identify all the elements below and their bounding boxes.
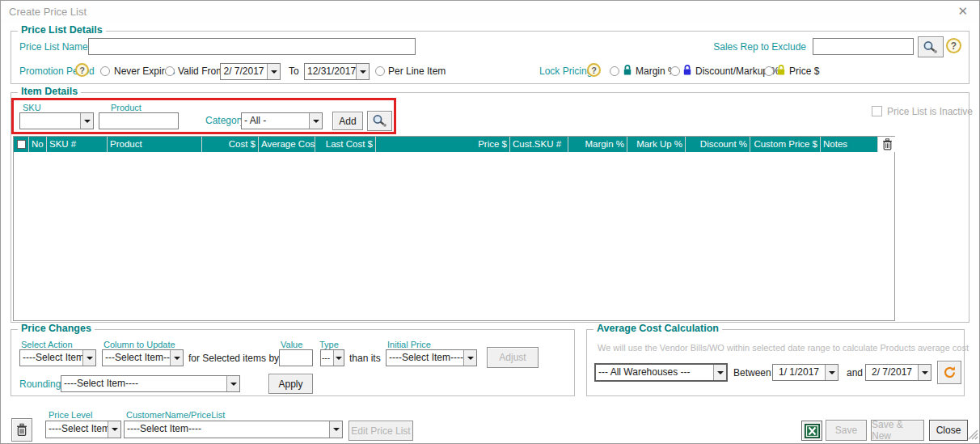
save-new-button[interactable]: Save & New <box>871 420 924 441</box>
per-line-item-radio[interactable] <box>375 66 385 76</box>
chevron-down-icon[interactable] <box>918 365 931 380</box>
lock-price-radio-label[interactable]: Price $ <box>789 66 819 77</box>
inactive-checkbox-label[interactable]: Price List is Inactive <box>887 106 973 117</box>
add-button[interactable]: Add <box>332 112 363 130</box>
column-header[interactable]: Last Cost $ <box>315 137 376 152</box>
warehouse-combo-value: --- All Warehouses --- <box>596 365 713 380</box>
column-header[interactable]: Average Cost.. <box>259 137 315 152</box>
chevron-down-icon[interactable] <box>309 113 322 129</box>
select-action-combo[interactable]: ----Select Item--- <box>19 349 96 366</box>
than-its-text: than its <box>349 353 381 364</box>
column-header[interactable]: Price $ <box>376 137 510 152</box>
column-header[interactable]: No <box>29 137 47 152</box>
lock-pricing-help-icon[interactable]: ? <box>587 63 601 77</box>
sales-rep-search-button[interactable] <box>918 36 944 57</box>
and-label: and <box>847 367 863 378</box>
chevron-down-icon[interactable] <box>82 350 95 366</box>
resize-grip[interactable] <box>968 429 978 442</box>
price-list-details-group: Price List Details Price List Name Sales… <box>11 31 969 84</box>
chevron-down-icon[interactable] <box>108 421 120 438</box>
column-header[interactable]: Custom Price $ <box>750 137 821 152</box>
close-button[interactable]: Close <box>929 420 968 441</box>
chevron-down-icon[interactable] <box>333 350 344 366</box>
customer-pricelist-combo[interactable]: ----Select Item---- <box>124 421 343 438</box>
initial-price-label: Initial Price <box>387 339 431 350</box>
column-header[interactable]: Cost $ <box>202 137 259 152</box>
delete-price-list-button[interactable] <box>11 418 32 442</box>
for-selected-items-text: for Selected items by <box>188 353 279 364</box>
chevron-down-icon[interactable] <box>267 64 280 79</box>
sku-label: SKU <box>23 102 41 113</box>
column-to-update-value: ---Select Item---- <box>103 350 170 366</box>
search-icon <box>371 114 389 128</box>
sales-rep-exclude-input[interactable] <box>813 38 914 55</box>
avg-from-date-picker[interactable]: 1/ 1/2017 <box>772 364 838 381</box>
sales-rep-help-icon[interactable]: ? <box>946 38 961 53</box>
value-input[interactable] <box>279 349 313 366</box>
window-title: Create Price List <box>9 6 87 18</box>
product-input[interactable] <box>99 112 179 129</box>
chevron-down-icon[interactable] <box>80 113 93 129</box>
category-combo[interactable]: - All - <box>241 112 323 129</box>
export-excel-button[interactable] <box>801 421 822 441</box>
group-title-price-list-details: Price List Details <box>18 24 106 36</box>
select-action-value: ----Select Item--- <box>20 350 82 366</box>
edit-price-list-button[interactable]: Edit Price List <box>348 421 413 441</box>
price-level-combo[interactable]: ----Select Item---- <box>45 421 121 438</box>
valid-from-radio-label[interactable]: Valid From <box>178 66 224 77</box>
avg-to-date-picker[interactable]: 2/ 7/2017 <box>865 364 931 381</box>
sales-rep-exclude-label: Sales Rep to Exclude <box>644 41 806 53</box>
warehouse-combo[interactable]: --- All Warehouses --- <box>594 363 728 382</box>
column-header[interactable]: Margin % <box>568 137 627 152</box>
delete-column-header[interactable] <box>878 137 896 152</box>
initial-price-combo[interactable]: ----Select Item---- <box>386 349 477 366</box>
valid-from-radio[interactable] <box>165 66 175 76</box>
item-search-button[interactable] <box>367 111 392 131</box>
chevron-down-icon[interactable] <box>329 421 342 438</box>
select-all-checkbox[interactable] <box>17 140 26 149</box>
sku-combo[interactable] <box>19 112 94 129</box>
column-to-update-combo[interactable]: ---Select Item---- <box>102 349 184 366</box>
chevron-down-icon[interactable] <box>226 376 239 391</box>
trash-icon <box>882 138 893 150</box>
column-header[interactable]: Discount % <box>686 137 750 152</box>
lock-margin-radio[interactable] <box>610 66 619 76</box>
inactive-checkbox[interactable] <box>872 106 882 116</box>
type-combo[interactable]: --- <box>320 349 344 366</box>
column-header[interactable]: Cust.SKU # <box>510 137 568 152</box>
category-combo-value: - All - <box>242 113 309 129</box>
sku-combo-value <box>20 113 80 129</box>
close-icon[interactable]: ✕ <box>957 4 968 19</box>
apply-button[interactable]: Apply <box>268 374 313 394</box>
lock-price-radio[interactable] <box>764 66 774 76</box>
valid-from-date-picker[interactable]: 2/ 7/2017 <box>220 63 281 80</box>
price-changes-group: Price Changes Select Action ----Select I… <box>11 329 575 396</box>
rounding-combo[interactable]: ----Select Item---- <box>61 375 240 392</box>
trash-icon <box>16 423 27 437</box>
value-label: Value <box>281 339 302 350</box>
column-header[interactable]: Product <box>108 137 202 152</box>
price-list-name-input[interactable] <box>88 38 416 55</box>
column-header[interactable]: Mark Up % <box>627 137 686 152</box>
promotion-period-help-icon[interactable]: ? <box>75 63 89 77</box>
column-header[interactable]: Notes <box>821 137 878 152</box>
select-all-cell[interactable] <box>14 137 29 152</box>
customer-pricelist-label: CustomerName/PriceList <box>126 409 225 421</box>
chevron-down-icon[interactable] <box>356 64 369 79</box>
save-button[interactable]: Save <box>826 420 867 441</box>
chevron-down-icon[interactable] <box>463 350 476 366</box>
between-label: Between <box>733 367 771 378</box>
per-line-item-radio-label[interactable]: Per Line Item <box>388 66 446 77</box>
never-expires-radio[interactable] <box>100 66 110 76</box>
lock-discount-radio[interactable] <box>670 66 680 76</box>
price-list-name-label: Price List Name <box>19 41 88 53</box>
lock-pricing-label: Lock Pricing <box>539 66 592 77</box>
column-header[interactable]: SKU # <box>47 137 108 152</box>
chevron-down-icon[interactable] <box>713 365 726 380</box>
recalculate-button[interactable] <box>937 361 961 384</box>
chevron-down-icon[interactable] <box>170 350 183 366</box>
valid-to-date-picker[interactable]: 12/31/2017 <box>304 63 370 80</box>
adjust-button[interactable]: Adjust <box>487 347 539 368</box>
items-table-header: No SKU # Product Cost $ Average Cost.. L… <box>14 137 894 152</box>
chevron-down-icon[interactable] <box>825 365 838 380</box>
